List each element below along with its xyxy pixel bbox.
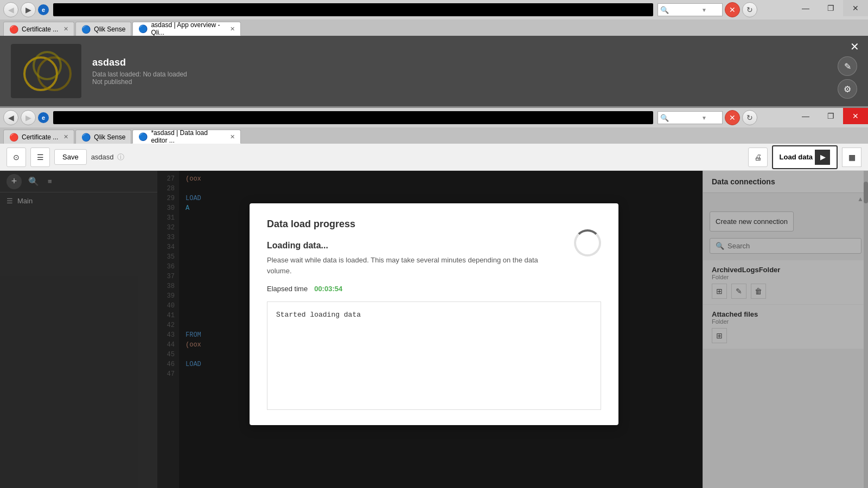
svg-point-0	[24, 57, 57, 90]
tab-dataload-2[interactable]: 🔵 *asdasd | Data load editor ... ✕	[132, 130, 241, 144]
tab-qliksense-2[interactable]: 🔵 Qlik Sense	[75, 130, 131, 144]
tab-appoverview-1[interactable]: 🔵 asdasd | App overview - Qli... ✕	[132, 22, 241, 36]
tab-label-cert-2: Certificate ...	[22, 133, 58, 141]
list-icon: ☰	[37, 153, 44, 162]
browser2-tabs: 🔴 Certificate ... ✕ 🔵 Qlik Sense 🔵 *asda…	[0, 127, 868, 144]
maximize-button-2[interactable]: ❐	[818, 108, 843, 124]
tab-certificate-1[interactable]: 🔴 Certificate ... ✕	[3, 22, 74, 36]
dropdown-icon-1[interactable]: ▼	[701, 7, 707, 13]
app-name: asdasd	[92, 57, 187, 68]
ie-icon-1: e	[38, 4, 49, 15]
elapsed-label: Elapsed time	[267, 285, 308, 293]
toolbar-right: 🖨 Load data ▶ ▦	[748, 145, 861, 169]
elapsed-time: 00:03:54	[314, 285, 342, 293]
close-button-2[interactable]: ✕	[843, 108, 868, 124]
app-close-button[interactable]: ✕	[850, 40, 859, 53]
back-button-2[interactable]: ◀	[3, 110, 18, 125]
address-bar-2[interactable]	[53, 111, 653, 124]
app-edit-button[interactable]: ✎	[838, 56, 857, 76]
tab-close-cert-1[interactable]: ✕	[63, 25, 68, 33]
tab-icon-ao-1: 🔵	[138, 24, 148, 33]
modal-left: Data load progress Loading data... Pleas…	[267, 219, 552, 301]
address-bar-1[interactable]	[53, 3, 653, 16]
debug-icon: 🖨	[754, 153, 762, 162]
help-icon[interactable]: ⓘ	[117, 152, 124, 162]
svg-point-1	[38, 57, 71, 90]
dropdown-icon-2[interactable]: ▼	[701, 115, 707, 121]
minimize-button-2[interactable]: —	[793, 108, 818, 124]
minimize-button-1[interactable]: —	[793, 0, 818, 16]
modal-title: Data load progress	[267, 219, 552, 230]
forward-button-2[interactable]: ▶	[21, 110, 36, 125]
browser2-navbar: ◀ ▶ e 🔍 ▼ ✕ ↻ 🏠 ⭐ ⚙	[0, 108, 868, 127]
search-icon-1: 🔍	[660, 6, 669, 14]
tab-icon-cert-2: 🔴	[9, 133, 18, 142]
view-icon: ▦	[848, 153, 856, 162]
toolbar-app-name: asdasd ⓘ	[91, 152, 124, 162]
search-input-1[interactable]	[669, 6, 701, 14]
log-area[interactable]: Started loading data	[267, 301, 601, 410]
refresh-button-1[interactable]: ↻	[742, 2, 757, 17]
tab-icon-qs-1: 🔵	[81, 25, 91, 34]
tab-certificate-2[interactable]: 🔴 Certificate ... ✕	[3, 130, 74, 144]
tab-label-ao-1: asdasd | App overview - Qli...	[151, 21, 225, 36]
toolbar-debug-btn[interactable]: 🖨	[748, 147, 768, 167]
modal-loading-desc: Please wait while data is loaded. This m…	[267, 255, 552, 276]
back-button-1[interactable]: ◀	[3, 2, 18, 17]
app-overview-section: asdasd Data last loaded: No data loaded …	[0, 36, 868, 106]
load-data-play-icon[interactable]: ▶	[815, 150, 830, 165]
modal-loading-title: Loading data...	[267, 241, 552, 251]
tab-close-dl-2[interactable]: ✕	[230, 133, 235, 140]
browser1-navbar: ◀ ▶ e 🔍 ▼ ✕ ↻ 🏠 ⭐ ⚙	[0, 0, 868, 20]
search-box-2[interactable]: 🔍 ▼	[658, 111, 723, 124]
toolbar-nav-btn[interactable]: ⊙	[7, 147, 26, 167]
search-box-1[interactable]: 🔍 ▼	[658, 3, 723, 16]
view-toggle-button[interactable]: ▦	[842, 147, 861, 167]
tab-label-qs-2: Qlik Sense	[94, 133, 125, 141]
tab-icon-qs-2: 🔵	[81, 133, 91, 142]
ie-icon-2: e	[38, 112, 49, 123]
tab-label-qs-1: Qlik Sense	[94, 25, 125, 33]
modal-overlay: Data load progress Loading data... Pleas…	[0, 171, 868, 488]
data-load-modal: Data load progress Loading data... Pleas…	[250, 203, 618, 425]
tab-label-cert-1: Certificate ...	[22, 25, 58, 33]
log-text: Started loading data	[276, 311, 361, 319]
save-button[interactable]: Save	[54, 149, 87, 165]
tab-label-dl-2: *asdasd | Data load editor ...	[151, 129, 225, 144]
close-button-1[interactable]: ✕	[843, 0, 868, 16]
modal-spinner-container	[552, 219, 601, 256]
tab-close-ao-1[interactable]: ✕	[230, 25, 235, 33]
search-icon-2: 🔍	[660, 114, 669, 122]
nav-icon: ⊙	[13, 153, 20, 162]
editor-toolbar: ⊙ ☰ Save asdasd ⓘ 🖨 Load data ▶ ▦	[0, 144, 868, 171]
browser1-tabs: 🔴 Certificate ... ✕ 🔵 Qlik Sense 🔵 asdas…	[0, 20, 868, 36]
app-settings-button[interactable]: ⚙	[838, 79, 857, 99]
tab-icon-dl-2: 🔵	[138, 132, 148, 141]
close-tab-x-1[interactable]: ✕	[725, 2, 740, 17]
modal-header-row: Data load progress Loading data... Pleas…	[267, 219, 601, 301]
app-publish-status: Not published	[92, 78, 187, 86]
app-data-status: Data last loaded: No data loaded	[92, 70, 187, 78]
close-tab-x-2[interactable]: ✕	[725, 110, 740, 125]
svg-point-2	[34, 52, 61, 79]
forward-button-1[interactable]: ▶	[21, 2, 36, 17]
toolbar-list-btn[interactable]: ☰	[30, 147, 50, 167]
tab-icon-cert-1: 🔴	[9, 25, 18, 34]
tab-qliksense-1[interactable]: 🔵 Qlik Sense	[75, 22, 131, 36]
app-thumbnail-svg	[14, 47, 79, 95]
refresh-button-2[interactable]: ↻	[742, 110, 757, 125]
load-data-button[interactable]: Load data ▶	[772, 145, 838, 169]
maximize-button-1[interactable]: ❐	[818, 0, 843, 16]
app-info: asdasd Data last loaded: No data loaded …	[92, 57, 187, 86]
search-input-2[interactable]	[669, 114, 701, 121]
tab-close-cert-2[interactable]: ✕	[63, 133, 68, 140]
app-thumbnail	[11, 44, 81, 98]
loading-spinner	[574, 229, 601, 256]
elapsed-row: Elapsed time 00:03:54	[267, 285, 552, 293]
editor-main: + 🔍 ≡ ☰ Main 27 28 29 30 31 32 33 34 35 …	[0, 171, 868, 488]
